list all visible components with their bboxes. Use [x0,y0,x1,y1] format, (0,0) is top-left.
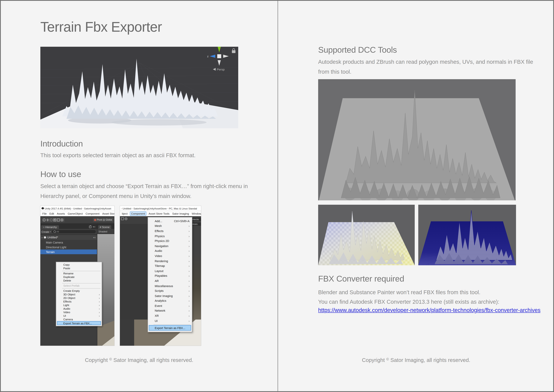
submenu-arrow-icon: › [189,260,190,262]
submenu-arrow-icon: › [99,293,100,296]
uv-checker-render-image [318,205,415,265]
submenu-arrow-icon: › [189,255,190,257]
fbx-converter-heading: FBX Converter required [318,274,404,284]
unity-hierarchy-screenshot: Unity 2017.4.4f1 (64bit) - Untitled - Sa… [40,206,114,346]
submenu-arrow-icon: › [189,225,190,227]
copyright-symbol: © [109,357,112,361]
dropdown-menu-item: XR › [148,313,192,318]
dropdown-menu-item: Event › [148,303,192,308]
menubar-item: Component [86,212,99,215]
chevron-down-icon: ▾ [50,231,51,233]
hierarchy-item: Directional Light [40,245,97,249]
window-titlebar: Unity 2017.4.4f1 (64bit) - Untitled - Sa… [40,206,114,211]
pivot-label: Pivot [97,219,102,221]
context-menu-item: Effects › [56,300,102,303]
create-button: Create [42,230,49,233]
pivot-icon [94,219,96,221]
create-row: Create ▾ All [40,229,97,235]
unity-scene-icon [44,236,46,239]
fbx-converter-archive-link[interactable]: https://www.autodesk.com/developer-netwo… [318,307,540,313]
supported-dcc-heading: Supported DCC Tools [318,45,397,55]
submenu-arrow-icon: › [189,265,190,267]
submenu-arrow-icon: › [99,307,100,310]
dropdown-menu-item: Add... Ctrl+Shift+A › [148,219,192,224]
right-click-context-menu: Copy › Paste › › [56,262,102,326]
move-tool-icon [46,218,49,221]
page-title: Terrain Fbx Exporter [40,19,162,35]
dropdown-menu-item: Analytics › [148,298,192,303]
context-menu-item: › [56,287,102,289]
submenu-arrow-icon: › [189,274,190,277]
hierarchy-item: Terrain [40,249,97,254]
shaded-dropdown: Shaded [97,229,114,234]
fbx-converter-line1: Blender and Substance Painter won’t read… [318,287,540,297]
dropdown-menu-item: Miscellaneous › [148,283,192,288]
lock-icon [89,226,91,228]
context-menu-item: Audio › [56,307,102,310]
dropdown-menu-item: › [148,323,192,325]
pivot-global-toggle: Pivot Globa [93,218,113,222]
hierarchy-tab: ≡Hierarchy [41,225,59,229]
dropdown-menu-item: Rendering › [148,259,192,263]
dropdown-menu-item: Video › [148,253,192,259]
foldout-triangle-icon: ▾ [42,236,43,239]
fbx-converter-line2: You can find Autodesk FBX Converter 2013… [318,297,540,307]
submenu-arrow-icon: › [189,309,190,312]
submenu-arrow-icon: › [189,270,190,272]
context-menu-item: Camera › [56,318,102,321]
rotate-tool-icon [50,218,53,221]
menubar-item: Window [192,212,201,215]
context-menu-item: 2D Object › [56,296,102,300]
submenu-arrow-icon: › [189,245,190,247]
search-icon [53,231,56,233]
dropdown-menu-item: Physics 2D › [148,238,192,244]
panel-tab-label: electio [192,218,201,221]
hierarchy-item: Main Camera [40,240,97,245]
menubar-item: Edit [49,212,54,215]
submenu-arrow-icon: › [99,311,100,314]
dropdown-menu-item: Scripts › [148,288,192,294]
copyright-symbol: © [386,357,389,361]
dropdown-menu-item: Layout › [148,268,192,273]
menubar-item: Asset Store Tools [149,212,169,215]
menubar-item: Asset Store T [102,212,114,215]
context-menu-item: Duplicate › [56,275,102,279]
rect-tool-icon [121,217,124,220]
component-dropdown-menu: Add... Ctrl+Shift+A › Mesh › Effects [148,217,192,332]
context-menu-item: Video › [56,310,102,314]
transform-tool-group [42,218,64,222]
dropdown-menu-item: Mesh › [148,224,192,229]
dropdown-menu-item: Effects › [148,229,192,234]
submenu-arrow-icon: › [99,314,100,317]
submenu-arrow-icon: › [99,304,100,307]
context-menu-item: Create Empty › [56,289,102,293]
dropdown-menu-item: Navigation › [148,244,192,249]
context-menu-item: › [56,270,102,272]
submenu-arrow-icon: › [189,285,190,287]
svg-text:z: z [207,55,209,58]
dropdown-menu-item: UI › [148,318,192,323]
submenu-arrow-icon: › [189,314,190,317]
panel-menu-icon: ▾≡ [93,226,95,228]
dropdown-menu-item: Audio › [148,249,192,253]
context-menu-item: Select Prefab › [56,284,102,287]
page-footer: Copyright © Sator Imaging, all rights re… [278,357,554,363]
menubar-item: File [42,212,47,215]
dark-panel-strip [120,320,134,346]
submenu-arrow-icon: › [189,294,190,297]
context-menu-item: Delete › [56,279,102,282]
submenu-arrow-icon: › [189,319,190,322]
menubar-item: bject [122,212,128,215]
document-spread: Terrain Fbx Exporter [0,0,554,392]
submenu-arrow-icon: › [99,300,100,303]
submenu-arrow-icon: › [99,297,100,299]
submenu-arrow-icon: › [189,280,190,282]
submenu-arrow-icon: › [189,250,190,252]
scene-tab: # Scene [98,225,111,229]
context-menu-item: Light › [56,303,102,307]
hierarchy-tree: Main CameraDirectional LightTerrain [40,240,97,254]
global-label: Globa [106,219,112,221]
how-to-use-heading: How to use [40,169,81,179]
context-menu-item: Export Terrain as FBX... › [57,321,101,325]
panel-menu-icon: ▾≡ [93,236,96,239]
